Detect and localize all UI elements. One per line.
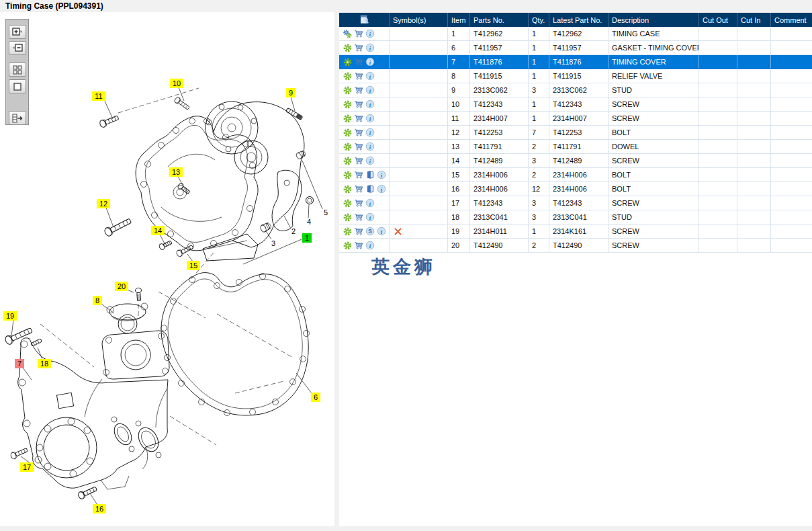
callout-9[interactable]: 9 <box>286 88 296 97</box>
callout-12[interactable]: 12 <box>97 199 110 208</box>
callout-7[interactable]: 7 <box>15 359 24 368</box>
cart-icon[interactable] <box>354 170 363 179</box>
callout-15[interactable]: 15 <box>187 261 200 270</box>
book-icon[interactable] <box>365 170 375 179</box>
table-row-item-18[interactable]: i182313C04132313C041STUD <box>339 210 812 224</box>
table-row-item-12[interactable]: i12T4122537T412253BOLT <box>339 126 812 140</box>
book-icon[interactable] <box>365 184 375 194</box>
table-row-item-6[interactable]: i6T4119571T411957GASKET - TIMING COVER <box>339 41 812 55</box>
gear-icon[interactable] <box>343 85 352 95</box>
callout-19[interactable]: 19 <box>3 311 17 321</box>
cart-icon[interactable] <box>354 99 363 109</box>
info-icon[interactable]: i <box>365 241 375 250</box>
table-row-item-9[interactable]: i92313C06232313C062STUD <box>339 83 812 97</box>
info-icon[interactable]: i <box>365 85 375 95</box>
table-row-item-14[interactable]: i14T4124893T412489SCREW <box>339 154 812 168</box>
table-row-item-1[interactable]: i1T4129621T412962TIMING CASE <box>339 27 812 41</box>
cell-cut-in <box>737 196 771 210</box>
tile-view-button[interactable] <box>9 63 26 77</box>
callout-1[interactable]: 1 <box>302 233 312 243</box>
cart-icon[interactable] <box>354 128 363 137</box>
cart-icon[interactable] <box>354 241 363 250</box>
cart-icon[interactable] <box>354 29 363 38</box>
info-icon[interactable]: i <box>365 114 375 123</box>
zoom-in-button[interactable] <box>9 25 26 39</box>
svg-text:9: 9 <box>289 89 293 97</box>
gear-icon[interactable] <box>343 198 352 208</box>
callout-16[interactable]: 16 <box>93 504 106 514</box>
info-icon[interactable]: i <box>365 212 375 222</box>
table-row-item-7[interactable]: i7T4118761T411876TIMING COVER <box>339 55 812 69</box>
cart-icon[interactable] <box>354 43 363 52</box>
cart-icon[interactable] <box>354 57 363 67</box>
cart-icon[interactable] <box>354 142 363 151</box>
toggle-panel-button[interactable] <box>9 111 26 125</box>
gear-icon[interactable] <box>343 170 352 179</box>
callout-10[interactable]: 10 <box>170 79 183 88</box>
table-row-item-11[interactable]: i112314H00712314H007SCREW <box>339 112 812 126</box>
row-action-icons: i <box>339 126 390 139</box>
cell-latest-part-no: T412962 <box>549 27 608 40</box>
assembly-axis-lines <box>40 88 293 445</box>
gear-icon[interactable] <box>343 43 352 52</box>
callout-20[interactable]: 20 <box>115 282 128 291</box>
fit-view-button[interactable] <box>9 79 26 93</box>
row-action-icons: i <box>339 112 390 125</box>
table-row-item-17[interactable]: i17T4123433T412343SCREW <box>339 196 812 210</box>
gear-icon[interactable] <box>343 57 352 67</box>
cell-latest-part-no: T412343 <box>549 196 608 210</box>
info-icon[interactable]: i <box>365 71 375 81</box>
callout-17[interactable]: 17 <box>20 462 34 472</box>
x-mark-icon <box>393 227 402 236</box>
gear-icon[interactable] <box>343 114 352 123</box>
gear-icon[interactable] <box>343 142 352 151</box>
gear-icon[interactable] <box>343 227 352 236</box>
cart-icon[interactable] <box>354 212 363 222</box>
info-icon[interactable]: i <box>365 198 375 208</box>
gear-icon[interactable] <box>343 184 352 194</box>
table-row-item-20[interactable]: i20T4124902T412490SCREW <box>339 239 812 253</box>
cart-icon[interactable] <box>354 184 363 194</box>
callout-8[interactable]: 8 <box>93 296 102 305</box>
callout-18[interactable]: 18 <box>38 359 51 368</box>
gear-icon[interactable] <box>343 212 352 222</box>
info-icon[interactable]: i <box>365 128 375 137</box>
callout-11[interactable]: 11 <box>92 91 105 101</box>
gear-icon[interactable] <box>343 156 352 165</box>
table-row-item-19[interactable]: Si192314H01112314K161SCREW <box>339 224 812 239</box>
table-row-item-13[interactable]: i13T4117912T411791DOWEL <box>339 140 812 154</box>
gear-double-icon[interactable] <box>343 29 352 38</box>
cart-icon[interactable] <box>354 114 363 123</box>
gear-icon[interactable] <box>343 99 352 109</box>
info-icon[interactable]: i <box>365 156 375 165</box>
cell-description: SCREW <box>608 97 699 111</box>
table-row-item-10[interactable]: i10T4123431T412343SCREW <box>339 97 812 112</box>
info-icon[interactable]: i <box>377 184 386 194</box>
cart-icon[interactable] <box>354 227 363 236</box>
info-icon[interactable]: i <box>365 142 375 151</box>
cart-icon[interactable] <box>354 198 363 208</box>
info-icon[interactable]: i <box>365 29 375 38</box>
info-icon[interactable]: i <box>365 99 375 109</box>
callout-14[interactable]: 14 <box>151 226 165 235</box>
info-icon[interactable]: i <box>377 227 386 236</box>
info-icon[interactable]: i <box>365 57 375 67</box>
column-header-symbols: Symbol(s) <box>390 13 448 27</box>
table-row-item-16[interactable]: i162314H006122314H006BOLT <box>339 182 812 196</box>
zoom-out-button[interactable] <box>9 41 26 55</box>
table-row-item-15[interactable]: i152314H00622314H006BOLT <box>339 168 812 182</box>
callout-6[interactable]: 6 <box>311 393 320 402</box>
cart-icon[interactable] <box>354 156 363 165</box>
s-badge-icon[interactable]: S <box>365 227 375 236</box>
table-row-item-8[interactable]: i8T4119151T411915RELIEF VALVE <box>339 69 812 83</box>
info-icon[interactable]: i <box>377 170 386 179</box>
gear-icon[interactable] <box>343 241 352 250</box>
cart-icon[interactable] <box>354 85 363 95</box>
cart-icon[interactable] <box>354 71 363 81</box>
callout-13[interactable]: 13 <box>169 167 183 177</box>
gear-icon[interactable] <box>343 128 352 137</box>
zoom-out-icon <box>11 43 24 53</box>
cell-latest-part-no: T412343 <box>549 97 608 111</box>
info-icon[interactable]: i <box>365 43 375 52</box>
gear-icon[interactable] <box>343 71 352 81</box>
